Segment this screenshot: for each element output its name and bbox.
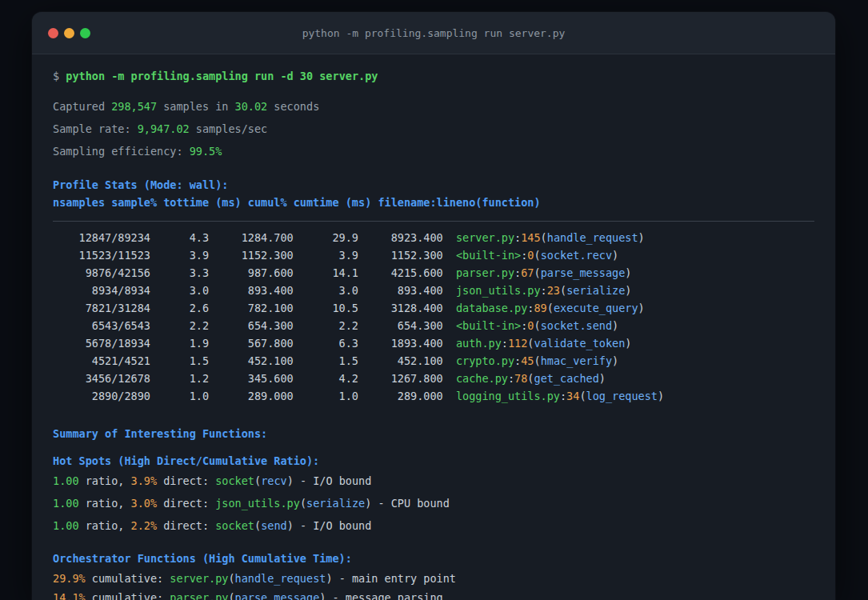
desktop-background: python -m profiling.sampling run server.… bbox=[0, 0, 868, 600]
samples-captured-value: 298,547 bbox=[111, 100, 157, 113]
orchestrator-function: handle_request bbox=[235, 572, 326, 585]
stat-lineno: 23 bbox=[547, 284, 560, 297]
close-paren: ) bbox=[612, 319, 618, 332]
stat-numbers: 5678/18934 1.9 567.800 6.3 1893.400 bbox=[53, 337, 456, 350]
open-paren: ( bbox=[527, 337, 534, 350]
orchestrator-label: cumulative: bbox=[92, 591, 163, 600]
sample-rate-value: 9,947.02 bbox=[138, 122, 190, 135]
orchestrator-cumulative-pct: 14.1% bbox=[53, 591, 86, 600]
sample-rate-unit: samples/sec bbox=[196, 122, 267, 135]
stat-function: serialize bbox=[566, 284, 625, 297]
hotspot-function: recv bbox=[261, 474, 287, 487]
orchestrator-item: 29.9%cumulative:server.py(handle_request… bbox=[53, 570, 814, 587]
hotspot-item: 1.00ratio,2.2%direct:socket(send)- I/O b… bbox=[53, 517, 814, 534]
profile-table-row: 3456/12678 1.2 345.600 4.2 1267.800 cach… bbox=[53, 370, 814, 387]
sample-rate-label: Sample rate: bbox=[53, 122, 131, 135]
profile-table-row: 12847/89234 4.3 1284.700 29.9 8923.400 s… bbox=[53, 229, 814, 246]
samples-in-label: samples in bbox=[163, 100, 228, 113]
stat-filename: <built-in> bbox=[456, 319, 521, 332]
stat-filename: auth.py bbox=[456, 337, 502, 350]
command-text: python -m profiling.sampling run -d 30 s… bbox=[66, 70, 378, 82]
stat-lineno: 34 bbox=[566, 390, 579, 402]
efficiency-label: Sampling efficiency: bbox=[53, 145, 183, 158]
profile-table-row: 4521/4521 1.5 452.100 1.5 452.100 crypto… bbox=[53, 352, 814, 370]
hotspot-ratio: 1.00 bbox=[53, 519, 79, 532]
summary-heading: Summary of Interesting Functions: bbox=[53, 425, 814, 442]
profile-table-row: 8934/8934 3.0 893.400 3.0 893.400 json_u… bbox=[53, 282, 814, 299]
hotspot-target: json_utils.py bbox=[215, 497, 300, 510]
efficiency-line: Sampling efficiency:99.5% bbox=[53, 142, 814, 160]
orchestrator-item: 14.1%cumulative:parser.py(parse_message)… bbox=[53, 589, 814, 600]
colon-separator: : bbox=[514, 231, 521, 244]
colon-separator: : bbox=[508, 372, 514, 385]
stat-lineno: 89 bbox=[534, 302, 546, 314]
hotspot-ratio-label: ratio, bbox=[86, 519, 125, 532]
hotspot-direct-label: direct: bbox=[163, 519, 209, 532]
hotspot-function: send bbox=[261, 519, 287, 532]
close-paren: ) bbox=[658, 390, 664, 402]
hotspot-note: - CPU bound bbox=[378, 497, 449, 510]
stat-function: hmac_verify bbox=[541, 354, 612, 367]
close-paren: ) bbox=[625, 284, 631, 297]
stat-function: socket.recv bbox=[541, 249, 612, 262]
stat-function: validate_token bbox=[534, 337, 626, 350]
close-paren: ) bbox=[599, 372, 606, 385]
stat-filename: json_utils.py bbox=[456, 284, 541, 297]
open-paren: ( bbox=[228, 591, 234, 600]
open-paren: ( bbox=[300, 497, 306, 510]
colon-separator: : bbox=[502, 337, 508, 350]
colon-separator: : bbox=[541, 284, 547, 297]
colon-separator: : bbox=[514, 266, 521, 279]
stat-function: get_cached bbox=[534, 372, 599, 385]
stat-function: log_request bbox=[586, 390, 658, 402]
stat-numbers: 8934/8934 3.0 893.400 3.0 893.400 bbox=[53, 284, 456, 297]
profile-table-row: 7821/31284 2.6 782.100 10.5 3128.400 dat… bbox=[53, 299, 814, 317]
stat-numbers: 3456/12678 1.2 345.600 4.2 1267.800 bbox=[53, 372, 456, 385]
profile-table-row: 2890/2890 1.0 289.000 1.0 289.000 loggin… bbox=[53, 387, 814, 405]
hotspot-item: 1.00ratio,3.9%direct:socket(recv)- I/O b… bbox=[53, 472, 814, 490]
stat-function: handle_request bbox=[547, 231, 638, 244]
table-columns-header: nsamples sample% tottime (ms) cumul% cum… bbox=[53, 194, 814, 211]
profile-table-row: 5678/18934 1.9 567.800 6.3 1893.400 auth… bbox=[53, 334, 814, 352]
hotspot-function: serialize bbox=[306, 497, 365, 510]
close-paren: ) bbox=[287, 519, 294, 532]
hotspot-direct-pct: 2.2% bbox=[131, 519, 158, 532]
open-paren: ( bbox=[560, 284, 566, 297]
profile-table-row: 6543/6543 2.2 654.300 2.2 654.300 <built… bbox=[53, 317, 814, 334]
stat-filename: parser.py bbox=[456, 266, 514, 279]
hotspot-list: 1.00ratio,3.9%direct:socket(recv)- I/O b… bbox=[53, 472, 814, 534]
orchestrators-heading: Orchestrator Functions (High Cumulative … bbox=[53, 550, 814, 567]
stat-filename: crypto.py bbox=[456, 354, 514, 367]
stat-lineno: 112 bbox=[508, 337, 527, 350]
close-paren: ) bbox=[287, 474, 294, 487]
seconds-label: seconds bbox=[274, 100, 319, 113]
terminal-window: python -m profiling.sampling run server.… bbox=[32, 12, 835, 600]
orchestrator-note: - main entry point bbox=[339, 572, 456, 585]
open-paren: ( bbox=[228, 572, 234, 585]
hotspots-heading: Hot Spots (High Direct/Cumulative Ratio)… bbox=[53, 452, 814, 470]
close-paren: ) bbox=[612, 354, 618, 367]
stat-numbers: 7821/31284 2.6 782.100 10.5 3128.400 bbox=[53, 302, 456, 314]
captured-label: Captured bbox=[53, 100, 105, 113]
command-line: $python -m profiling.sampling run -d 30 … bbox=[53, 67, 814, 85]
open-paren: ( bbox=[527, 372, 534, 385]
stat-function: parse_message bbox=[541, 266, 626, 279]
stat-lineno: 67 bbox=[521, 266, 534, 279]
stat-numbers: 9876/42156 3.3 987.600 14.1 4215.600 bbox=[53, 266, 456, 279]
close-paren: ) bbox=[625, 266, 631, 279]
hotspot-direct-label: direct: bbox=[163, 474, 209, 487]
close-paren: ) bbox=[638, 302, 645, 314]
open-paren: ( bbox=[534, 249, 540, 262]
captured-line: Captured298,547samples in30.02seconds bbox=[53, 98, 814, 115]
orchestrator-note: - message parsing bbox=[333, 591, 443, 600]
colon-separator: : bbox=[514, 354, 521, 367]
close-paren: ) bbox=[326, 572, 332, 585]
sample-rate-line: Sample rate:9,947.02samples/sec bbox=[53, 120, 814, 138]
open-paren: ( bbox=[579, 390, 586, 402]
stat-lineno: 45 bbox=[521, 354, 534, 367]
close-paren: ) bbox=[365, 497, 371, 510]
profile-stats-heading: Profile Stats (Mode: wall): bbox=[53, 176, 814, 194]
stat-filename: server.py bbox=[456, 231, 514, 244]
open-paren: ( bbox=[541, 231, 547, 244]
hotspot-ratio-label: ratio, bbox=[86, 497, 125, 510]
